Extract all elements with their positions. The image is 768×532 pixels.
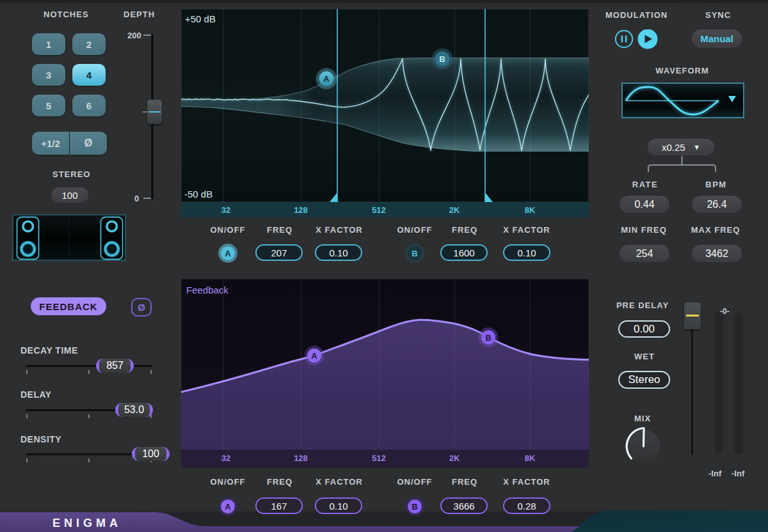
svg-text:A: A <box>225 249 231 258</box>
svg-text:8K: 8K <box>525 453 536 463</box>
svg-text:8K: 8K <box>525 205 536 215</box>
svg-text:B: B <box>485 334 491 343</box>
svg-text:32: 32 <box>221 205 230 215</box>
svg-text:B: B <box>412 502 417 512</box>
svg-text:A: A <box>311 352 317 361</box>
svg-text:2K: 2K <box>449 453 460 463</box>
svg-text:B: B <box>412 249 417 258</box>
svg-text:128: 128 <box>294 205 308 215</box>
svg-text:A: A <box>323 74 330 84</box>
svg-text:32: 32 <box>221 453 230 463</box>
svg-text:A: A <box>225 502 231 512</box>
svg-text:128: 128 <box>294 453 308 463</box>
svg-text:2K: 2K <box>449 205 460 215</box>
svg-text:512: 512 <box>372 205 386 215</box>
svg-text:Feedback: Feedback <box>186 285 228 295</box>
svg-text:512: 512 <box>372 453 386 463</box>
svg-text:B: B <box>439 54 445 64</box>
svg-text:-50 dB: -50 dB <box>184 189 212 199</box>
svg-text:+50 dB: +50 dB <box>185 13 216 24</box>
